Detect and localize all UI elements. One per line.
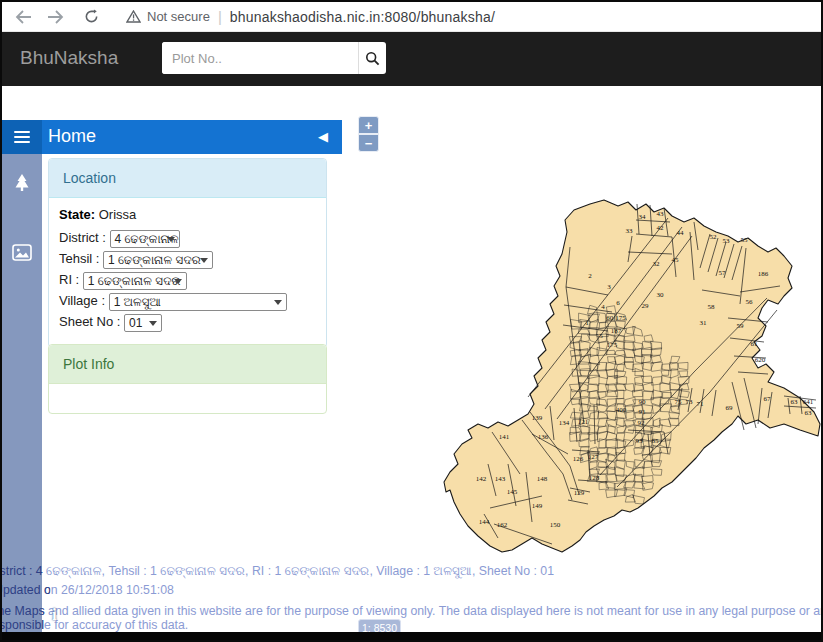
- plot-number-label: 43: [657, 210, 665, 218]
- state-row: State: Orissa: [59, 207, 316, 222]
- plot-number-label: 73: [686, 398, 694, 406]
- not-secure-label: Not secure: [147, 9, 210, 24]
- sheet-row: Sheet No : 01: [59, 314, 316, 332]
- plot-number-label: 69: [726, 404, 734, 412]
- plot-number-label: 52: [710, 233, 718, 241]
- back-button[interactable]: [10, 4, 36, 30]
- plot-number-label: 129: [574, 489, 585, 497]
- info-button[interactable]: i: [52, 605, 57, 625]
- refresh-button[interactable]: [78, 4, 104, 30]
- refresh-icon: [84, 9, 99, 24]
- plot-number-label: 63: [791, 398, 799, 406]
- plot-number-label: 641: [803, 398, 814, 406]
- plot-number-label: 2: [588, 272, 592, 280]
- plot-number-label: 134: [559, 419, 570, 427]
- plot-number-label: 1: [585, 319, 589, 327]
- bhunaksha-page: Not secure | bhunakshaodisha.nic.in:8080…: [0, 0, 823, 642]
- app-header: BhuNaksha: [2, 32, 821, 86]
- plot-search-input[interactable]: [162, 42, 358, 74]
- ri-select[interactable]: 1 ଢେଙ୍କାନାଳ ସଦର: [83, 272, 187, 290]
- district-row: District : 4 ଢେଙ୍କାନାଳ: [59, 230, 316, 248]
- plot-number-label: 58: [708, 303, 716, 311]
- not-secure-badge[interactable]: Not secure: [126, 9, 210, 24]
- plot-number-label: 29: [642, 302, 650, 310]
- plot-number-label: 90: [639, 398, 647, 406]
- plot-number-label: 145: [507, 488, 518, 496]
- plot-number-label: 162: [497, 521, 508, 529]
- plot-number-label: 148: [537, 475, 548, 483]
- plot-number-label: 620: [755, 356, 766, 364]
- village-boundary: [444, 200, 820, 552]
- plot-search: [162, 42, 362, 74]
- browser-toolbar: Not secure | bhunakshaodisha.nic.in:8080…: [2, 2, 821, 32]
- plot-number-label: 127: [588, 453, 599, 461]
- search-icon: [365, 51, 380, 66]
- arrow-left-icon: [15, 10, 32, 24]
- sheet-select[interactable]: 01: [124, 314, 162, 332]
- plot-number-label: 56: [746, 298, 754, 306]
- map-viewport[interactable]: 3443423344525355324557186233056642958131…: [432, 192, 822, 567]
- menu-button[interactable]: [2, 120, 42, 154]
- plot-number-label: 142: [476, 475, 487, 483]
- plot-number-label: 67: [764, 395, 772, 403]
- footer-updated-line: Updated on 26/12/2018 10:51:08: [0, 583, 823, 597]
- location-panel-title: Location: [49, 159, 326, 198]
- zoom-in-button[interactable]: +: [358, 116, 379, 134]
- ri-label: RI :: [59, 272, 79, 287]
- panel-collapse-button[interactable]: ◀: [318, 129, 328, 144]
- search-button[interactable]: [358, 42, 386, 74]
- footer-disclaimer-line2: responsible for accuracy of this data.: [0, 618, 823, 632]
- plot-number-label: 141: [499, 433, 510, 441]
- address-bar[interactable]: bhunakshaodisha.nic.in:8080/bhunaksha/: [230, 9, 495, 25]
- plot-number-label: 75: [675, 398, 683, 406]
- layers-tree-button[interactable]: [2, 164, 42, 204]
- plot-info-panel: Plot Info: [48, 344, 327, 414]
- district-label: District :: [59, 230, 106, 245]
- forward-button[interactable]: [42, 4, 68, 30]
- sheet-label: Sheet No :: [59, 314, 120, 329]
- plot-number-label: 186: [758, 270, 769, 278]
- plot-number-label: 3: [607, 283, 611, 291]
- plot-number-label: 139: [532, 414, 543, 422]
- location-panel: Location State: Orissa District : 4 ଢେଙ୍…: [48, 158, 327, 348]
- home-bar: Home ◀: [2, 120, 342, 154]
- plot-number-label: 126: [573, 455, 584, 463]
- plot-number-label: 63: [805, 409, 813, 417]
- plot-number-label: 150: [550, 521, 561, 529]
- app-title: BhuNaksha: [20, 47, 118, 69]
- footer-disclaimer-line: The Maps and allied data given in this w…: [0, 604, 823, 618]
- state-label: State:: [59, 207, 95, 222]
- window-bottom-edge: [2, 632, 821, 642]
- plot-number-label: 33: [626, 227, 634, 235]
- district-select[interactable]: 4 ଢେଙ୍କାନାଳ: [110, 230, 180, 248]
- tehsil-select[interactable]: 1 ଢେଙ୍କାନାଳ ସଦର: [103, 251, 213, 269]
- map-zoom-controls: + −: [358, 116, 379, 152]
- plot-number-label: 4: [601, 303, 605, 311]
- plot-number-label: 32: [653, 260, 661, 268]
- plot-info-title: Plot Info: [49, 345, 326, 384]
- ri-row: RI : 1 ଢେଙ୍କାନାଳ ସଦର: [59, 272, 316, 290]
- plot-number-label: 60/175: [606, 314, 626, 322]
- image-icon: [12, 244, 32, 261]
- warning-triangle-icon: [126, 10, 141, 23]
- zoom-out-button[interactable]: −: [358, 134, 379, 152]
- plot-number-label: 121: [578, 418, 589, 426]
- cadastral-map[interactable]: 3443423344525355324557186233056642958131…: [432, 192, 822, 567]
- plot-number-label: 400: [616, 406, 627, 414]
- plot-number-label: 59: [737, 322, 745, 330]
- basemap-button[interactable]: [2, 232, 42, 272]
- plot-number-label: 44: [677, 229, 685, 237]
- village-select[interactable]: 1 ଅଳସୁଆ: [109, 293, 287, 311]
- plot-number-label: 5: [599, 332, 603, 340]
- tehsil-row: Tehsil : 1 ଢେଙ୍କାନାଳ ସଦର: [59, 251, 316, 269]
- plot-number-label: 53: [723, 237, 731, 245]
- tree-icon: [12, 173, 32, 195]
- plot-number-label: 187: [611, 327, 622, 335]
- plot-number-label: 31: [700, 319, 708, 327]
- state-value: Orissa: [99, 207, 137, 222]
- sidebar: [2, 154, 42, 632]
- plot-number-label: 91: [639, 408, 647, 416]
- plot-number-label: 92: [638, 419, 646, 427]
- plot-number-label: 136: [538, 433, 549, 441]
- plot-number-label: 144: [479, 518, 490, 526]
